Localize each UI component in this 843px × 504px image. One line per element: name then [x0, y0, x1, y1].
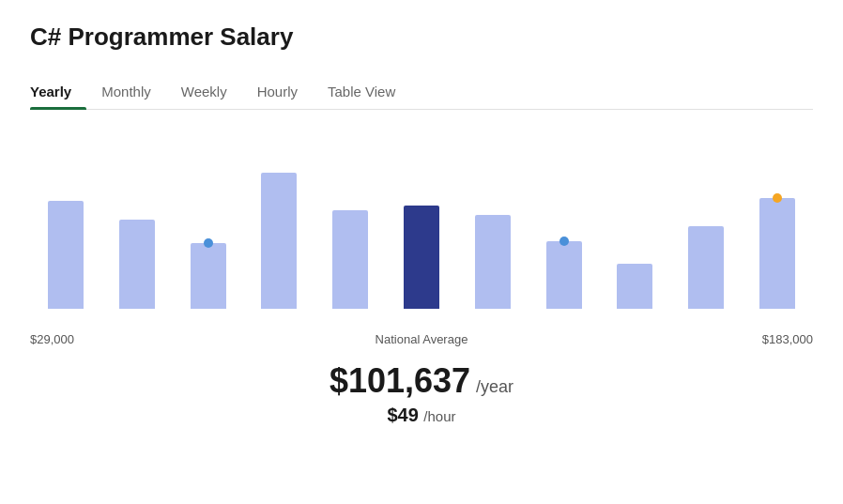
bar-wrapper-5: [386, 140, 457, 309]
bar-9: [688, 226, 724, 309]
label-min: $29,000: [30, 332, 74, 346]
bar-wrapper-1: [101, 140, 173, 309]
bar-2: [191, 243, 226, 309]
salary-hour-amount: $49: [387, 405, 418, 425]
bar-wrapper-8: [600, 140, 671, 309]
bar-7: [546, 241, 582, 309]
tab-monthly[interactable]: Monthly: [86, 74, 166, 109]
tab-weekly[interactable]: Weekly: [166, 74, 242, 109]
bar-wrapper-4: [314, 140, 386, 309]
label-max: $183,000: [762, 332, 813, 346]
per-year-label: /year: [476, 377, 513, 397]
page-title: C# Programmer Salary: [30, 23, 813, 52]
bar-5: [404, 206, 439, 309]
bar-1: [119, 220, 155, 309]
bars-container: [30, 140, 813, 309]
tabs-container: YearlyMonthlyWeeklyHourlyTable View: [30, 74, 813, 110]
per-hour-label: /hour: [423, 408, 455, 424]
salary-year-amount: $101,637: [330, 361, 470, 401]
bar-6: [475, 215, 511, 309]
tab-table-view[interactable]: Table View: [313, 74, 410, 109]
bar-wrapper-6: [457, 140, 529, 309]
label-national-average: National Average: [376, 332, 468, 346]
chart-labels: $29,000 National Average $183,000: [30, 332, 813, 346]
bar-0: [48, 201, 84, 309]
bar-wrapper-2: [173, 140, 244, 309]
chart-area: $29,000 National Average $183,000: [30, 140, 813, 346]
bar-10: [759, 198, 795, 309]
bar-8: [617, 264, 652, 309]
salary-summary: $101,637 /year $49 /hour: [30, 361, 813, 426]
bar-4: [332, 210, 368, 309]
salary-hourly: $49 /hour: [30, 405, 813, 426]
blue-dot-7: [559, 237, 569, 246]
orange-dot-10: [773, 193, 782, 203]
salary-yearly: $101,637 /year: [30, 361, 813, 401]
tab-hourly[interactable]: Hourly: [242, 74, 313, 109]
bar-wrapper-10: [742, 140, 813, 309]
tab-yearly[interactable]: Yearly: [30, 74, 86, 109]
blue-dot-2: [204, 238, 213, 248]
bar-wrapper-9: [670, 140, 742, 309]
bar-wrapper-0: [30, 140, 101, 309]
bar-wrapper-3: [243, 140, 314, 309]
bar-wrapper-7: [529, 140, 600, 309]
bar-3: [261, 173, 297, 309]
